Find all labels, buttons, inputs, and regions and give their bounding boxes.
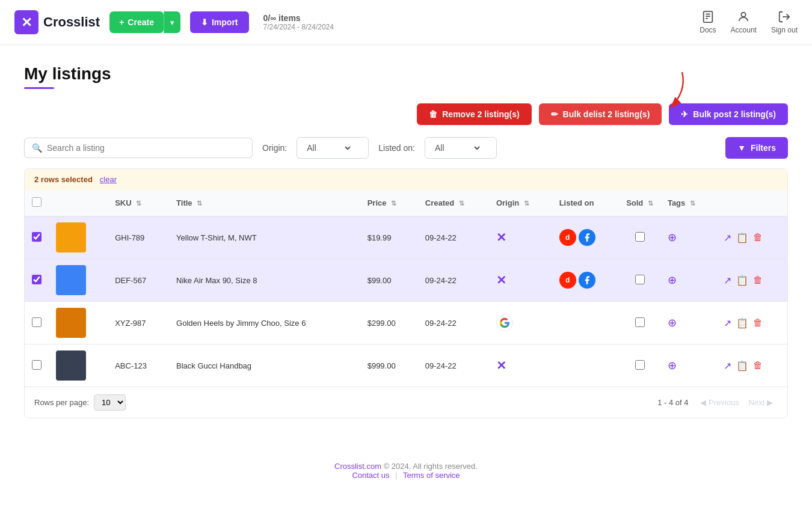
- row-sold-checkbox[interactable]: [635, 360, 645, 370]
- row-checkbox-cell: [25, 216, 49, 259]
- row-checkbox[interactable]: [32, 317, 42, 327]
- plus-icon: +: [119, 17, 124, 27]
- terms-of-service-link[interactable]: Terms of service: [403, 471, 460, 480]
- delete-listing-icon[interactable]: 🗑: [753, 275, 763, 286]
- signout-icon: [778, 10, 791, 23]
- open-listing-icon[interactable]: ↗: [724, 360, 731, 372]
- open-listing-icon[interactable]: ↗: [724, 232, 731, 243]
- row-origin: ✕: [489, 259, 552, 302]
- footer-crosslist-link[interactable]: Crosslist.com: [334, 462, 381, 471]
- row-thumb-cell: [49, 344, 108, 387]
- docs-nav-item[interactable]: Docs: [700, 10, 716, 34]
- clear-selection-link[interactable]: clear: [100, 175, 117, 184]
- open-listing-icon[interactable]: ↗: [724, 317, 731, 329]
- create-dropdown-button[interactable]: ▾: [164, 11, 180, 33]
- logo-icon: ✕: [14, 10, 38, 34]
- row-sold-cell: [619, 216, 660, 259]
- contact-us-link[interactable]: Contact us: [352, 471, 389, 480]
- th-price[interactable]: Price ⇅: [360, 190, 418, 216]
- th-tags[interactable]: Tags ⇅: [660, 190, 716, 216]
- previous-button[interactable]: ◀ Previous: [695, 396, 743, 409]
- remove-listings-button[interactable]: 🗑 Remove 2 listing(s): [417, 103, 531, 125]
- table-header-row: SKU ⇅ Title ⇅ Price ⇅ Created ⇅ Origin ⇅…: [25, 190, 787, 216]
- row-checkbox-cell: [25, 302, 49, 344]
- main-content: My listings 🗑 Remove 2 listing(s) ✏ Bulk…: [0, 45, 812, 438]
- open-listing-icon[interactable]: ↗: [724, 275, 731, 286]
- search-box: 🔍: [24, 138, 253, 158]
- footer-separator: |: [395, 471, 397, 480]
- import-label: Import: [212, 17, 238, 27]
- rows-per-page: Rows per page: 10 25 50: [34, 394, 126, 411]
- filters-button[interactable]: ▼ Filters: [725, 137, 788, 159]
- action-bar: 🗑 Remove 2 listing(s) ✏ Bulk delist 2 li…: [24, 103, 788, 125]
- row-thumbnail: [56, 308, 86, 338]
- account-nav-item[interactable]: Account: [731, 10, 757, 34]
- table-row: GHI-789 Yellow T-Shirt, M, NWT $19.99 09…: [25, 216, 787, 259]
- add-tag-icon[interactable]: ⊕: [668, 274, 677, 286]
- row-checkbox[interactable]: [32, 360, 42, 370]
- row-title: Nike Air Max 90, Size 8: [169, 259, 360, 302]
- rows-per-page-select[interactable]: 10 25 50: [94, 394, 126, 411]
- origin-select[interactable]: All Crosslist Google: [304, 142, 352, 153]
- import-button[interactable]: ⬇ Import: [190, 11, 249, 33]
- account-icon: [737, 10, 750, 23]
- next-button[interactable]: Next ▶: [744, 396, 778, 409]
- row-sku: ABC-123: [108, 344, 169, 387]
- pagination-bar: Rows per page: 10 25 50 1 - 4 of 4 ◀ Pre…: [25, 387, 787, 418]
- row-sold-checkbox[interactable]: [635, 275, 645, 284]
- delete-listing-icon[interactable]: 🗑: [753, 232, 763, 243]
- row-checkbox[interactable]: [32, 232, 42, 242]
- row-price: $19.99: [360, 216, 418, 259]
- th-title[interactable]: Title ⇅: [169, 190, 360, 216]
- row-actions: ↗ 📋 🗑: [716, 302, 787, 344]
- th-created[interactable]: Created ⇅: [418, 190, 489, 216]
- listed-on-select[interactable]: All Depop Facebook: [432, 142, 482, 153]
- facebook-icon: [579, 272, 595, 289]
- items-info: 0/∞ items 7/24/2024 - 8/24/2024: [263, 13, 334, 31]
- add-tag-icon[interactable]: ⊕: [668, 231, 677, 243]
- th-origin[interactable]: Origin ⇅: [489, 190, 552, 216]
- delete-listing-icon[interactable]: 🗑: [753, 360, 763, 371]
- select-all-header: [25, 190, 49, 216]
- add-tag-icon[interactable]: ⊕: [668, 360, 677, 372]
- th-actions: [716, 190, 787, 216]
- row-checkbox[interactable]: [32, 275, 42, 284]
- add-tag-icon[interactable]: ⊕: [668, 317, 677, 329]
- row-title: Black Gucci Handbag: [169, 344, 360, 387]
- footer: Crosslist.com © 2024. All rights reserve…: [0, 438, 812, 492]
- row-origin: [489, 302, 552, 344]
- copy-listing-icon[interactable]: 📋: [736, 232, 748, 243]
- row-thumbnail: [56, 222, 86, 252]
- delete-listing-icon[interactable]: 🗑: [753, 317, 763, 328]
- th-sku[interactable]: SKU ⇅: [108, 190, 169, 216]
- filters-label: Filters: [751, 143, 776, 153]
- selection-bar: 2 rows selected clear: [25, 169, 787, 190]
- signout-label: Sign out: [771, 26, 798, 34]
- copy-listing-icon[interactable]: 📋: [736, 275, 748, 286]
- delist-icon: ✏: [551, 109, 558, 119]
- row-listed-on: [552, 344, 619, 387]
- th-listed-on: Listed on: [552, 190, 619, 216]
- table-row: XYZ-987 Golden Heels by Jimmy Choo, Size…: [25, 302, 787, 344]
- row-sku: DEF-567: [108, 259, 169, 302]
- items-date: 7/24/2024 - 8/24/2024: [263, 23, 334, 31]
- select-all-checkbox[interactable]: [32, 197, 42, 207]
- row-sold-checkbox[interactable]: [635, 232, 645, 242]
- row-sold-checkbox[interactable]: [635, 317, 645, 327]
- header-nav: Docs Account Sign out: [700, 10, 798, 34]
- row-title: Golden Heels by Jimmy Choo, Size 6: [169, 302, 360, 344]
- trash-icon: 🗑: [429, 109, 437, 119]
- docs-icon: [701, 10, 715, 23]
- search-input[interactable]: [47, 143, 245, 153]
- th-sold[interactable]: Sold ⇅: [619, 190, 660, 216]
- copy-listing-icon[interactable]: 📋: [736, 317, 748, 329]
- logo[interactable]: ✕ Crosslist: [14, 10, 100, 34]
- depop-icon: d: [559, 272, 576, 289]
- copy-listing-icon[interactable]: 📋: [736, 360, 748, 372]
- listings-table: SKU ⇅ Title ⇅ Price ⇅ Created ⇅ Origin ⇅…: [25, 190, 787, 387]
- create-button[interactable]: + Create: [109, 11, 164, 33]
- signout-nav-item[interactable]: Sign out: [771, 10, 798, 34]
- footer-copyright: Crosslist.com © 2024. All rights reserve…: [0, 462, 812, 471]
- row-sold-cell: [619, 302, 660, 344]
- logo-text: Crosslist: [43, 14, 100, 30]
